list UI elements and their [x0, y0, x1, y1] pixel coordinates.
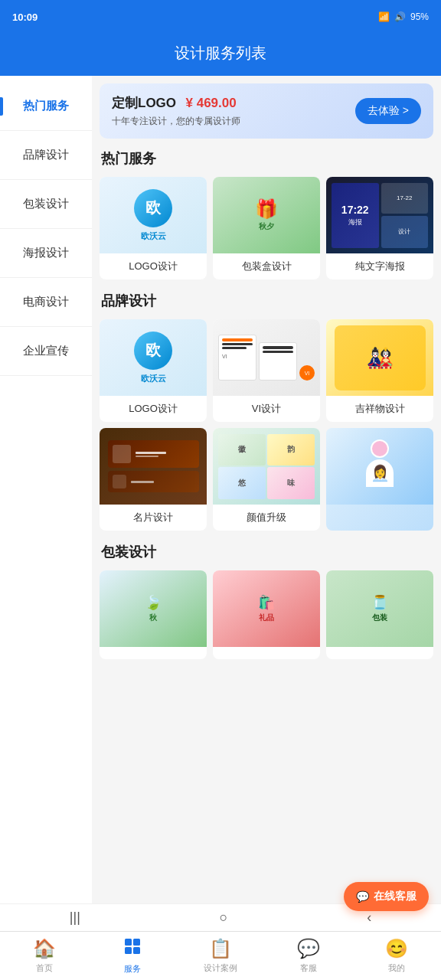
product-label-logo1: LOGO设计 — [100, 253, 207, 279]
banner-cta-button[interactable]: 去体验 > — [355, 98, 421, 124]
sidebar-item-hot[interactable]: 热门服务 — [0, 82, 92, 131]
product-label-brand: 颜值升级 — [213, 505, 320, 531]
customer-icon: 💬 — [297, 938, 320, 959]
product-card-brand[interactable]: 徽 韵 悠 味 颜值升级 — [213, 428, 320, 531]
product-card-logo1[interactable]: 欧 欧沃云 LOGO设计 — [100, 177, 207, 279]
nav-item-cases[interactable]: 📋 设计案例 — [176, 938, 264, 974]
brand-services-grid: 欧 欧沃云 LOGO设计 VI — [100, 319, 433, 531]
section-title-brand: 品牌设计 — [101, 292, 433, 310]
page-header: 设计服务列表 — [0, 34, 441, 76]
cases-icon: 📋 — [209, 938, 232, 959]
battery-icon: 95% — [410, 11, 429, 22]
wifi-icon: 🔊 — [394, 11, 406, 22]
sidebar-item-brand[interactable]: 品牌设计 — [0, 131, 92, 180]
product-label-pkg1: 包装盒设计 — [213, 253, 320, 279]
status-bar: 10:09 📶 🔊 95% — [0, 0, 441, 34]
product-card-poster1[interactable]: 17:22 海报 17-22 设计 纯文字海报 — [326, 177, 433, 279]
mine-icon: 😊 — [385, 938, 408, 959]
product-label-pkg4 — [326, 647, 433, 659]
svg-rect-1 — [133, 939, 140, 946]
product-label-advisor — [326, 505, 433, 517]
page-title: 设计服务列表 — [175, 44, 266, 61]
promo-banner[interactable]: 定制LOGO ¥ 469.00 十年专注设计，您的专属设计师 去体验 > — [100, 83, 433, 139]
product-card-mascot[interactable]: 🎎 吉祥物设计 — [326, 319, 433, 422]
nav-label-mine: 我的 — [388, 962, 405, 974]
android-home-icon[interactable]: ○ — [220, 910, 228, 926]
section-title-hot: 热门服务 — [101, 149, 433, 168]
nav-item-service[interactable]: 服务 — [88, 937, 176, 975]
nav-item-mine[interactable]: 😊 我的 — [353, 938, 441, 974]
sidebar-item-poster[interactable]: 海报设计 — [0, 229, 92, 278]
svg-rect-0 — [125, 939, 132, 946]
nav-label-customer: 客服 — [300, 962, 317, 974]
product-card-pkg1[interactable]: 🎁 秋夕 包装盒设计 — [213, 177, 320, 279]
product-label-pkg2 — [100, 647, 207, 659]
nav-label-home: 首页 — [36, 962, 53, 974]
hot-services-grid: 欧 欧沃云 LOGO设计 🎁 秋夕 包装盒设计 — [100, 177, 433, 279]
android-recent-icon[interactable]: ‹ — [367, 910, 371, 926]
product-label-mascot: 吉祥物设计 — [326, 396, 433, 422]
sidebar: 热门服务 品牌设计 包装设计 海报设计 电商设计 企业宣传 — [0, 76, 92, 918]
section-title-package: 包装设计 — [101, 543, 433, 561]
product-label-logo2: LOGO设计 — [100, 396, 207, 422]
status-icons: 📶 🔊 95% — [378, 11, 429, 22]
product-card-advisor[interactable]: 👩‍💼 — [326, 428, 433, 531]
product-label-poster1: 纯文字海报 — [326, 253, 433, 279]
nav-label-service: 服务 — [124, 963, 141, 975]
nav-label-cases: 设计案例 — [204, 962, 237, 974]
android-back-icon[interactable]: ||| — [70, 910, 80, 926]
product-label-card: 名片设计 — [100, 505, 207, 531]
sidebar-item-package[interactable]: 包装设计 — [0, 180, 92, 229]
float-customer-service[interactable]: 💬 在线客服 — [344, 882, 429, 911]
bottom-navigation: 🏠 首页 服务 📋 设计案例 💬 客服 😊 我的 — [0, 931, 441, 980]
sidebar-item-ecommerce[interactable]: 电商设计 — [0, 278, 92, 327]
banner-title: 定制LOGO ¥ 469.00 — [112, 94, 240, 112]
nav-item-home[interactable]: 🏠 首页 — [0, 938, 88, 974]
product-card-vi[interactable]: VI VI VI设计 — [213, 319, 320, 422]
svg-rect-3 — [133, 947, 140, 954]
banner-subtitle: 十年专注设计，您的专属设计师 — [112, 115, 240, 128]
status-time: 10:09 — [12, 11, 38, 23]
product-label-pkg3 — [213, 647, 320, 659]
product-card-card[interactable]: 名片设计 — [100, 428, 207, 531]
product-card-pkg4[interactable]: 🫙 包装 — [326, 570, 433, 659]
product-label-vi: VI设计 — [213, 396, 320, 422]
product-card-pkg3[interactable]: 🛍️ 礼品 — [213, 570, 320, 659]
sidebar-item-corporate[interactable]: 企业宣传 — [0, 327, 92, 376]
product-card-logo2[interactable]: 欧 欧沃云 LOGO设计 — [100, 319, 207, 422]
main-layout: 热门服务 品牌设计 包装设计 海报设计 电商设计 企业宣传 定制LOGO ¥ 4… — [0, 76, 441, 918]
nav-item-customer[interactable]: 💬 客服 — [265, 938, 353, 974]
product-card-pkg2[interactable]: 🍃 秋 — [100, 570, 207, 659]
home-icon: 🏠 — [33, 938, 56, 959]
package-services-grid: 🍃 秋 🛍️ 礼品 🫙 — [100, 570, 433, 659]
content-area: 定制LOGO ¥ 469.00 十年专注设计，您的专属设计师 去体验 > 热门服… — [92, 76, 441, 918]
signal-icon: 📶 — [378, 11, 390, 22]
chat-icon: 💬 — [356, 890, 369, 903]
service-icon — [123, 937, 142, 960]
svg-rect-2 — [125, 947, 132, 954]
